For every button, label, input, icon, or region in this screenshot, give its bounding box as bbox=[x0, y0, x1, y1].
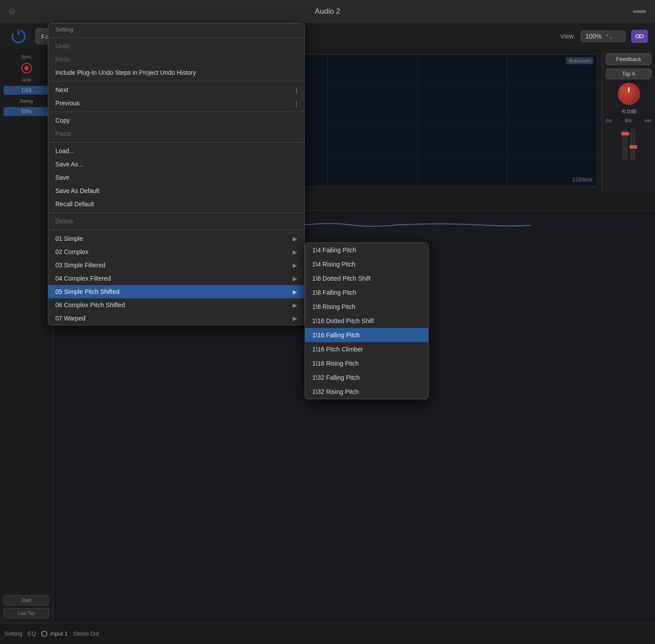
feedback-knob[interactable] bbox=[618, 83, 640, 105]
arrow-06: ▶ bbox=[293, 302, 297, 309]
next-shortcut: ] bbox=[295, 87, 297, 93]
time-display: 1286ms bbox=[572, 176, 593, 183]
input-row: Input 1 bbox=[41, 630, 68, 637]
sub-item-5[interactable]: 1\16 Dotted Pitch Shift bbox=[305, 314, 428, 328]
menu-item-previous[interactable]: Previous [ bbox=[48, 96, 304, 110]
menu-item-03-simple-filtered[interactable]: 03 Simple Filtered ▶ bbox=[48, 258, 304, 272]
main-menu: Setting Undo Redo Include Plug-In Undo S… bbox=[48, 23, 305, 325]
very-bottom-bar: Setting EQ Input 1 Stereo Out bbox=[0, 623, 655, 644]
mix-section: dry Mix wet bbox=[606, 118, 651, 160]
feedback-panel: Feedback Tap A -6.0dB dry Mix wet bbox=[602, 50, 655, 191]
menu-overlay: Setting Undo Redo Include Plug-In Undo S… bbox=[48, 23, 305, 325]
menu-separator-5 bbox=[48, 230, 304, 230]
view-label: View: bbox=[560, 33, 575, 40]
sync-label: Sync bbox=[4, 54, 49, 59]
setting-item[interactable]: Setting bbox=[4, 630, 22, 637]
swing-label: Swing bbox=[4, 98, 49, 104]
menu-item-05-simple-pitch[interactable]: 05 Simple Pitch Shifted ▶ bbox=[48, 285, 304, 298]
start-label: Start bbox=[7, 598, 46, 603]
menu-item-redo[interactable]: Redo bbox=[48, 53, 304, 66]
minimize-button[interactable] bbox=[633, 10, 646, 13]
menu-item-recall-default[interactable]: Recall Default bbox=[48, 197, 304, 211]
menu-item-undo[interactable]: Undo bbox=[48, 39, 304, 53]
arrow-02: ▶ bbox=[293, 249, 297, 255]
arrow-04: ▶ bbox=[293, 275, 297, 282]
menu-separator-4 bbox=[48, 212, 304, 213]
grid-label: Grid bbox=[4, 77, 49, 82]
link-button[interactable] bbox=[631, 30, 648, 43]
arrow-05: ▶ bbox=[293, 289, 297, 295]
left-sidebar: Sync Grid 1/16 Swing 50% Start Last Tap bbox=[0, 50, 53, 623]
menu-item-07-warped[interactable]: 07 Warped ▶ bbox=[48, 312, 304, 325]
sub-item-3[interactable]: 1\8 Falling Pitch bbox=[305, 285, 428, 300]
menu-item-save-default[interactable]: Save As Default bbox=[48, 184, 304, 197]
arrow-03: ▶ bbox=[293, 262, 297, 269]
input-label: Input 1 bbox=[50, 630, 68, 637]
sub-item-0[interactable]: 1\4 Falling Pitch bbox=[305, 243, 428, 257]
sub-item-9[interactable]: 1\32 Falling Pitch bbox=[305, 370, 428, 385]
menu-item-next[interactable]: Next ] bbox=[48, 83, 304, 96]
grid-value[interactable]: 1/16 bbox=[4, 86, 49, 95]
sub-menu: 1\4 Falling Pitch 1\4 Rising Pitch 1\8 D… bbox=[305, 243, 429, 399]
mix-faders bbox=[623, 125, 635, 160]
menu-item-saveas[interactable]: Save As... bbox=[48, 158, 304, 171]
eq-item[interactable]: EQ bbox=[27, 630, 36, 637]
window-title: Audio 2 bbox=[315, 7, 341, 16]
menu-item-01-simple[interactable]: 01 Simple ▶ bbox=[48, 232, 304, 245]
db-display: -6.0dB bbox=[621, 108, 636, 115]
menu-item-06-complex-pitch[interactable]: 06 Complex Pitch Shifted ▶ bbox=[48, 298, 304, 312]
menu-item-paste[interactable]: Paste bbox=[48, 127, 304, 140]
input-circle bbox=[41, 631, 47, 637]
dry-label: dry bbox=[606, 118, 612, 123]
sub-item-8[interactable]: 1\16 Rising Pitch bbox=[305, 356, 428, 370]
tap-button[interactable]: Tap A bbox=[606, 69, 651, 79]
menu-separator-1 bbox=[48, 81, 304, 81]
menu-section-header: Setting bbox=[48, 23, 304, 35]
menu-item-save[interactable]: Save bbox=[48, 171, 304, 184]
sub-item-1[interactable]: 1\4 Rising Pitch bbox=[305, 257, 428, 271]
menu-separator-3 bbox=[48, 142, 304, 143]
stereo-label: Stereo Out bbox=[73, 631, 99, 637]
sub-item-2[interactable]: 1\8 Dotted Pitch Shift bbox=[305, 271, 428, 285]
wet-fader[interactable] bbox=[631, 129, 635, 160]
menu-item-copy[interactable]: Copy bbox=[48, 114, 304, 127]
last-tap-label: Last Tap bbox=[7, 611, 46, 616]
menu-item-include-undo[interactable]: Include Plug-In Undo Steps in Project Un… bbox=[48, 66, 304, 79]
menu-item-02-complex[interactable]: 02 Complex ▶ bbox=[48, 245, 304, 258]
power-button[interactable] bbox=[7, 25, 30, 48]
menu-separator-2 bbox=[48, 112, 304, 112]
sub-item-6[interactable]: 1\16 Falling Pitch bbox=[305, 328, 428, 342]
menu-item-04-complex-filtered[interactable]: 04 Complex Filtered ▶ bbox=[48, 272, 304, 285]
title-bar: Audio 2 bbox=[0, 0, 655, 23]
swing-value[interactable]: 50% bbox=[4, 107, 49, 116]
arrow-01: ▶ bbox=[293, 235, 297, 242]
arrow-07: ▶ bbox=[293, 315, 297, 322]
sub-item-7[interactable]: 1\16 Pitch Climber bbox=[305, 342, 428, 356]
sub-item-4[interactable]: 1\8 Rising Pitch bbox=[305, 300, 428, 314]
menu-item-load[interactable]: Load... bbox=[48, 144, 304, 158]
prev-shortcut: [ bbox=[295, 100, 297, 107]
view-value[interactable]: 100% ⌃⌄ bbox=[581, 31, 626, 42]
autozoom-button[interactable]: Autozoom bbox=[566, 57, 593, 64]
wet-label: wet bbox=[644, 118, 651, 123]
sub-item-10[interactable]: 1\32 Rising Pitch bbox=[305, 385, 428, 399]
mix-label: Mix bbox=[625, 118, 632, 123]
menu-separator-0 bbox=[48, 37, 304, 38]
feedback-button[interactable]: Feedback bbox=[606, 53, 651, 65]
dry-fader[interactable] bbox=[623, 129, 627, 160]
menu-item-delete[interactable]: Delete bbox=[48, 215, 304, 228]
traffic-light[interactable] bbox=[9, 8, 15, 15]
